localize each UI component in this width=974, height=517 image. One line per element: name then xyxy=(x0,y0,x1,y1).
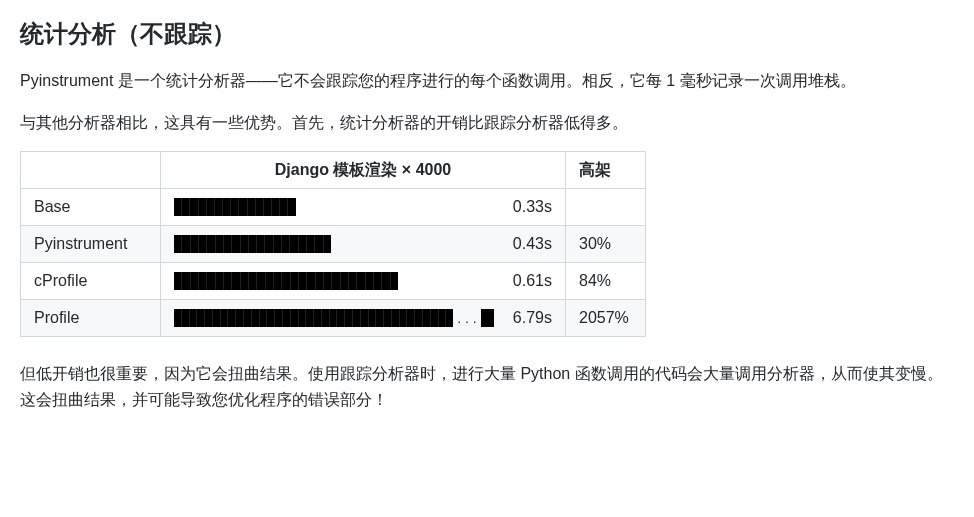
timing-bar xyxy=(174,198,296,216)
timing-value: 0.33s xyxy=(502,195,552,219)
table-row: Pyinstrument0.43s30% xyxy=(21,226,646,263)
timing-bar xyxy=(174,309,453,327)
timing-value: 0.43s xyxy=(502,232,552,256)
overhead-table-wrap: Django 模板渲染 × 4000 高架 Base0.33sPyinstrum… xyxy=(20,151,954,337)
table-row: cProfile0.61s84% xyxy=(21,263,646,300)
profiler-name: cProfile xyxy=(21,263,161,300)
ellipsis-icon: . . . xyxy=(457,308,476,329)
profiler-name: Base xyxy=(21,189,161,226)
overhead-value: 30% xyxy=(566,226,646,263)
closing-paragraph: 但低开销也很重要，因为它会扭曲结果。使用跟踪分析器时，进行大量 Python 函… xyxy=(20,361,954,412)
timing-bar-tail xyxy=(481,309,494,327)
table-header-bench: Django 模板渲染 × 4000 xyxy=(161,152,566,189)
overhead-value: 84% xyxy=(566,263,646,300)
bar-cell: 0.43s xyxy=(161,226,566,263)
timing-value: 0.61s xyxy=(502,269,552,293)
table-row: Base0.33s xyxy=(21,189,646,226)
timing-bar xyxy=(174,272,398,290)
profiler-name: Profile xyxy=(21,300,161,337)
intro-paragraph-2: 与其他分析器相比，这具有一些优势。首先，统计分析器的开销比跟踪分析器低得多。 xyxy=(20,110,954,136)
overhead-table: Django 模板渲染 × 4000 高架 Base0.33sPyinstrum… xyxy=(20,151,954,337)
timing-bar xyxy=(174,235,331,253)
bar-cell: . . .6.79s xyxy=(161,300,566,337)
section-heading: 统计分析（不跟踪） xyxy=(20,16,954,52)
table-row: Profile. . .6.79s2057% xyxy=(21,300,646,337)
overhead-value xyxy=(566,189,646,226)
table-header-name xyxy=(21,152,161,189)
bar-cell: 0.33s xyxy=(161,189,566,226)
table-header-overhead: 高架 xyxy=(566,152,646,189)
timing-value: 6.79s xyxy=(502,306,552,330)
bar-cell: 0.61s xyxy=(161,263,566,300)
overhead-value: 2057% xyxy=(566,300,646,337)
profiler-name: Pyinstrument xyxy=(21,226,161,263)
intro-paragraph-1: Pyinstrument 是一个统计分析器——它不会跟踪您的程序进行的每个函数调… xyxy=(20,68,954,94)
